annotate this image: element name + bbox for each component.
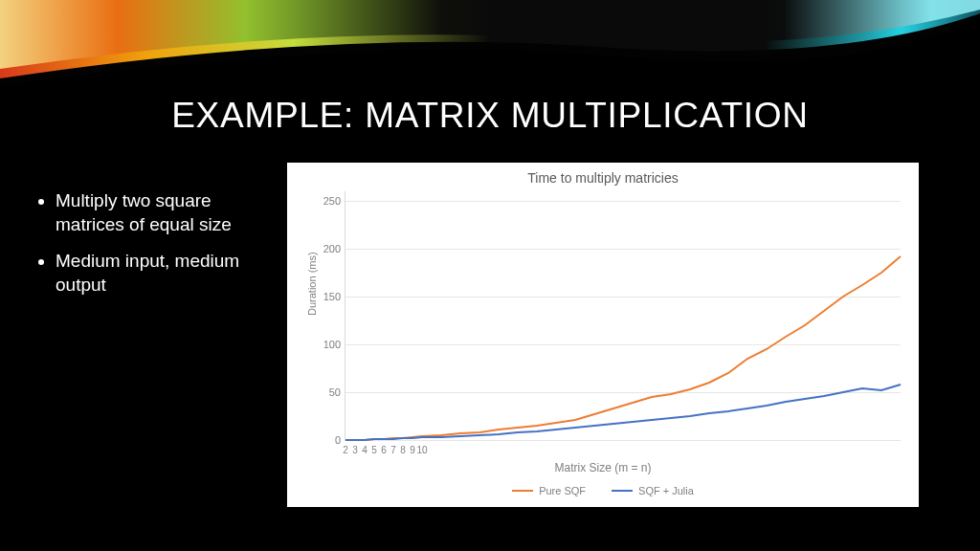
decorative-ribbon	[0, 0, 980, 86]
x-tick-label: 4	[362, 445, 368, 455]
chart-line-sqf-julia	[345, 191, 901, 440]
x-tick-label: 2	[343, 445, 348, 455]
x-tick-label: 7	[390, 445, 396, 455]
y-tick-label: 150	[312, 291, 341, 302]
x-tick-label: 3	[352, 445, 358, 455]
x-tick-label: 8	[400, 445, 406, 455]
y-tick-label: 100	[312, 339, 341, 350]
chart-legend: Pure SQF SQF + Julia	[287, 482, 919, 496]
bullet-list: Multiply two square matrices of equal si…	[36, 189, 247, 311]
y-tick-label: 0	[312, 434, 341, 446]
x-tick-label: 6	[381, 445, 387, 455]
y-tick-label: 50	[312, 386, 341, 398]
x-tick-label: 5	[371, 445, 377, 455]
slide-title: EXAMPLE: MATRIX MULTIPLICATION	[0, 96, 980, 136]
legend-label: Pure SQF	[539, 485, 586, 496]
bullet-item: Multiply two square matrices of equal si…	[56, 189, 247, 236]
y-tick-label: 200	[312, 243, 341, 254]
x-axis-label: Matrix Size (m = n)	[287, 461, 919, 474]
x-tick-label: 10	[416, 445, 427, 455]
legend-pure-sqf: Pure SQF	[512, 485, 586, 496]
legend-sqf-julia: SQF + Julia	[612, 485, 694, 496]
legend-label: SQF + Julia	[638, 485, 694, 496]
y-axis-label: Duration (ms)	[306, 252, 318, 316]
chart-title: Time to multiply matricies	[287, 163, 919, 186]
legend-swatch-icon	[512, 490, 533, 492]
y-tick-label: 250	[312, 195, 341, 207]
legend-swatch-icon	[612, 490, 633, 492]
bullet-item: Medium input, medium output	[56, 250, 247, 297]
chart: Time to multiply matricies Duration (ms)…	[287, 163, 919, 507]
plot-area: 2345678910	[345, 191, 901, 441]
x-tick-label: 9	[410, 445, 415, 455]
